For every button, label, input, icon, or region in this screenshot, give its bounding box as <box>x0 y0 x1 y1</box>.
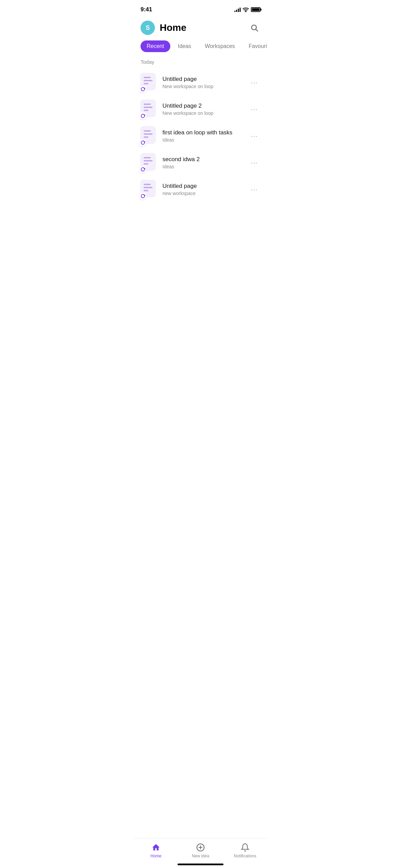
page-title: Home <box>160 22 186 33</box>
item-content: first idea on loop with tasks Ideas <box>162 129 248 143</box>
avatar[interactable]: S <box>141 21 155 35</box>
loop-badge <box>139 112 146 119</box>
list-item[interactable]: second idwa 2 Ideas ··· <box>141 149 260 176</box>
header-left: S Home <box>141 21 186 35</box>
loop-badge <box>139 86 146 93</box>
item-icon <box>141 73 158 92</box>
item-title: first idea on loop with tasks <box>162 129 248 136</box>
status-time: 9:41 <box>141 6 152 13</box>
item-content: Untitled page New workspace on loop <box>162 76 248 89</box>
item-subtitle: New workspace on loop <box>162 84 248 89</box>
item-subtitle: new workspace <box>162 191 248 196</box>
signal-icon <box>234 7 241 12</box>
status-icons <box>234 7 260 12</box>
loop-badge <box>139 193 146 200</box>
item-icon <box>141 126 158 145</box>
item-more-button[interactable]: ··· <box>248 156 260 169</box>
item-title: Untitled page <box>162 183 248 190</box>
item-more-button[interactable]: ··· <box>248 183 260 196</box>
item-content: Untitled page new workspace <box>162 183 248 196</box>
item-subtitle: Ideas <box>162 137 248 143</box>
item-title: Untitled page 2 <box>162 103 248 109</box>
item-more-button[interactable]: ··· <box>248 76 260 89</box>
item-subtitle: New workspace on loop <box>162 110 248 116</box>
item-content: second idwa 2 Ideas <box>162 156 248 169</box>
item-more-button[interactable]: ··· <box>248 129 260 143</box>
search-button[interactable] <box>248 22 260 34</box>
loop-badge <box>139 166 146 173</box>
wifi-icon <box>243 7 249 12</box>
item-content: Untitled page 2 New workspace on loop <box>162 103 248 116</box>
item-icon <box>141 180 158 198</box>
loop-badge <box>139 139 146 146</box>
tab-ideas[interactable]: Ideas <box>172 40 197 52</box>
item-title: Untitled page <box>162 76 248 83</box>
list-item[interactable]: first idea on loop with tasks Ideas ··· <box>141 122 260 149</box>
list-item[interactable]: Untitled page New workspace on loop ··· <box>141 69 260 96</box>
header: S Home <box>134 17 267 40</box>
item-icon <box>141 153 158 172</box>
page-content: Today <box>134 59 267 237</box>
svg-point-0 <box>245 11 246 12</box>
section-today-label: Today <box>134 59 267 69</box>
list-item[interactable]: Untitled page new workspace ··· <box>141 176 260 203</box>
item-title: second idwa 2 <box>162 156 248 163</box>
svg-line-2 <box>256 29 258 32</box>
tabs-container: Recent Ideas Workspaces Favourites <box>134 40 267 52</box>
search-icon <box>250 24 258 32</box>
item-subtitle: Ideas <box>162 164 248 169</box>
status-bar: 9:41 <box>134 0 267 17</box>
recent-list: Untitled page New workspace on loop ··· <box>134 69 267 203</box>
tab-workspaces[interactable]: Workspaces <box>199 40 241 52</box>
list-item[interactable]: Untitled page 2 New workspace on loop ··… <box>141 96 260 122</box>
battery-icon <box>251 7 260 12</box>
item-icon <box>141 100 158 118</box>
tab-favourites[interactable]: Favourites <box>243 40 267 52</box>
tab-recent[interactable]: Recent <box>141 40 170 52</box>
item-more-button[interactable]: ··· <box>248 103 260 116</box>
